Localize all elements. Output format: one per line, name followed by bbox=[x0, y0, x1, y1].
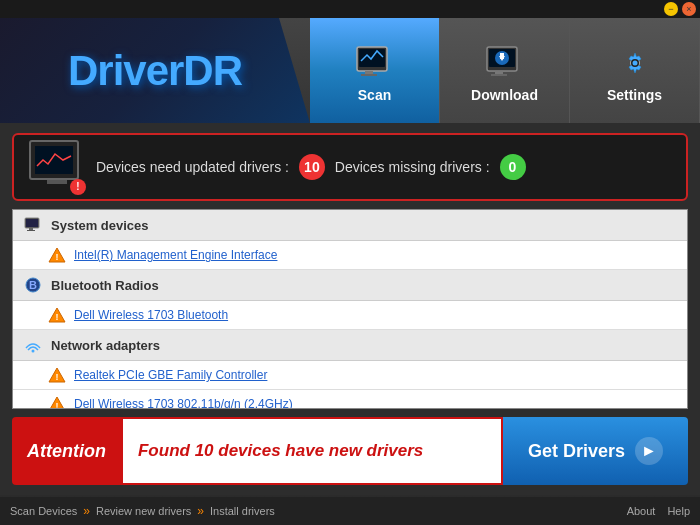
breadcrumb-arrow-1: » bbox=[83, 504, 90, 518]
breadcrumb-review[interactable]: Review new drivers bbox=[96, 505, 191, 517]
content-area: ! Devices need updated drivers : 10 Devi… bbox=[0, 123, 700, 495]
minimize-button[interactable]: − bbox=[664, 2, 678, 16]
category-system: System devices bbox=[13, 210, 687, 241]
title-bar: − × bbox=[0, 0, 700, 18]
error-badge: ! bbox=[70, 179, 86, 195]
svg-rect-17 bbox=[29, 228, 33, 230]
warning-icon: ! bbox=[48, 306, 66, 324]
download-icon bbox=[481, 39, 529, 87]
get-drivers-label: Get Drivers bbox=[528, 441, 625, 462]
list-item[interactable]: ! Realtek PCIe GBE Family Controller bbox=[13, 361, 687, 390]
help-link[interactable]: Help bbox=[667, 505, 690, 517]
download-tab-label: Download bbox=[471, 87, 538, 103]
svg-rect-2 bbox=[365, 71, 373, 74]
missing-drivers-label: Devices missing drivers : bbox=[335, 159, 490, 175]
arrow-icon: ► bbox=[635, 437, 663, 465]
tab-settings[interactable]: Settings bbox=[570, 18, 700, 123]
bluetooth-category-label: Bluetooth Radios bbox=[51, 278, 159, 293]
network-category-label: Network adapters bbox=[51, 338, 160, 353]
device-name: Dell Wireless 1703 Bluetooth bbox=[74, 308, 228, 322]
footer: Scan Devices » Review new drivers » Inst… bbox=[0, 497, 700, 525]
list-item[interactable]: ! Intel(R) Management Engine Interface bbox=[13, 241, 687, 270]
logo-area: DriverDR bbox=[0, 18, 310, 123]
svg-text:!: ! bbox=[56, 312, 59, 322]
svg-text:!: ! bbox=[56, 252, 59, 262]
scan-icon bbox=[351, 39, 399, 87]
updated-count-badge: 10 bbox=[299, 154, 325, 180]
warning-icon: ! bbox=[48, 246, 66, 264]
svg-rect-16 bbox=[26, 219, 38, 227]
svg-rect-9 bbox=[495, 71, 503, 74]
warning-icon: ! bbox=[48, 366, 66, 384]
missing-count-badge: 0 bbox=[500, 154, 526, 180]
tab-download[interactable]: Download bbox=[440, 18, 570, 123]
svg-text:!: ! bbox=[56, 401, 59, 409]
get-drivers-button[interactable]: Get Drivers ► bbox=[503, 417, 688, 485]
breadcrumb-install[interactable]: Install drivers bbox=[210, 505, 275, 517]
list-item[interactable]: ! Dell Wireless 1703 Bluetooth bbox=[13, 301, 687, 330]
status-bar: ! Devices need updated drivers : 10 Devi… bbox=[12, 133, 688, 201]
bluetooth-category-icon: B bbox=[23, 275, 43, 295]
system-category-icon bbox=[23, 215, 43, 235]
list-item[interactable]: ! Dell Wireless 1703 802.11b/g/n (2.4GHz… bbox=[13, 390, 687, 409]
status-text: Devices need updated drivers : 10 Device… bbox=[96, 154, 671, 180]
attention-section: Attention Found 10 devices have new driv… bbox=[12, 417, 503, 485]
category-bluetooth: B Bluetooth Radios bbox=[13, 270, 687, 301]
nav-tabs: Scan Download bbox=[310, 18, 700, 123]
attention-message: Found 10 devices have new drivers bbox=[121, 417, 503, 485]
svg-text:B: B bbox=[29, 279, 37, 291]
breadcrumb: Scan Devices » Review new drivers » Inst… bbox=[10, 504, 275, 518]
device-name: Realtek PCIe GBE Family Controller bbox=[74, 368, 267, 382]
svg-point-13 bbox=[632, 60, 637, 65]
svg-rect-10 bbox=[491, 74, 507, 76]
updated-drivers-label: Devices need updated drivers : bbox=[96, 159, 289, 175]
footer-links: About Help bbox=[627, 505, 690, 517]
about-link[interactable]: About bbox=[627, 505, 656, 517]
bottom-bar: Attention Found 10 devices have new driv… bbox=[12, 417, 688, 485]
device-name: Dell Wireless 1703 802.11b/g/n (2.4GHz) bbox=[74, 397, 293, 409]
svg-rect-18 bbox=[27, 230, 35, 231]
svg-rect-8 bbox=[500, 53, 504, 59]
svg-rect-3 bbox=[361, 74, 377, 76]
category-network: Network adapters bbox=[13, 330, 687, 361]
attention-label: Attention bbox=[12, 431, 121, 472]
settings-icon bbox=[611, 39, 659, 87]
device-list[interactable]: System devices ! Intel(R) Management Eng… bbox=[12, 209, 688, 409]
main-container: DriverDR Scan bbox=[0, 18, 700, 525]
settings-tab-label: Settings bbox=[607, 87, 662, 103]
breadcrumb-arrow-2: » bbox=[197, 504, 204, 518]
network-category-icon bbox=[23, 335, 43, 355]
device-name: Intel(R) Management Engine Interface bbox=[74, 248, 277, 262]
logo-text: DriverDR bbox=[68, 47, 242, 95]
svg-point-25 bbox=[32, 350, 35, 353]
status-icon: ! bbox=[29, 140, 84, 195]
tab-scan[interactable]: Scan bbox=[310, 18, 440, 123]
system-category-label: System devices bbox=[51, 218, 149, 233]
header: DriverDR Scan bbox=[0, 18, 700, 123]
close-button[interactable]: × bbox=[682, 2, 696, 16]
warning-icon: ! bbox=[48, 395, 66, 409]
scan-tab-label: Scan bbox=[358, 87, 391, 103]
svg-text:!: ! bbox=[56, 372, 59, 382]
svg-rect-14 bbox=[35, 146, 73, 174]
breadcrumb-scan[interactable]: Scan Devices bbox=[10, 505, 77, 517]
